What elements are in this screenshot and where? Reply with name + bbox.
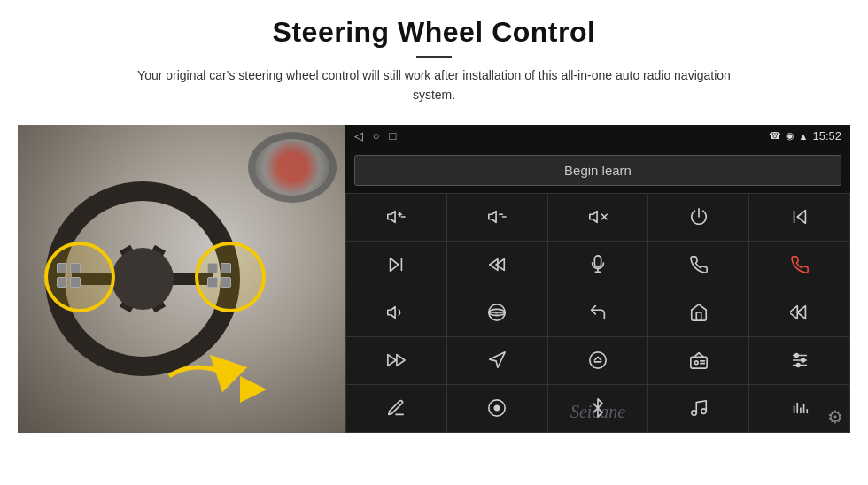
svg-point-40 bbox=[801, 358, 804, 362]
home-button[interactable] bbox=[648, 289, 748, 336]
pen-button[interactable] bbox=[346, 385, 446, 432]
dashboard-gauge bbox=[248, 132, 337, 203]
skip-back-button[interactable] bbox=[749, 194, 849, 241]
svg-point-44 bbox=[692, 411, 697, 416]
view-360-button[interactable]: 360° bbox=[447, 289, 547, 336]
svg-marker-27 bbox=[397, 355, 405, 366]
svg-marker-28 bbox=[388, 355, 396, 366]
svg-marker-25 bbox=[797, 306, 805, 319]
svg-rect-32 bbox=[691, 358, 707, 369]
highlight-circle-right bbox=[195, 242, 266, 312]
page-title: Steering Wheel Control bbox=[124, 16, 744, 49]
mic-button[interactable] bbox=[548, 242, 648, 289]
icon-grid: 360° bbox=[345, 193, 850, 433]
svg-marker-6 bbox=[489, 212, 496, 223]
phone-button[interactable] bbox=[648, 242, 748, 289]
svg-marker-1 bbox=[240, 376, 267, 403]
svg-point-45 bbox=[701, 409, 707, 414]
phone-status-icon: ☎ bbox=[769, 130, 781, 142]
android-ui-inner: 360° bbox=[345, 193, 850, 433]
svg-marker-29 bbox=[490, 352, 505, 367]
title-section: Steering Wheel Control Your original car… bbox=[124, 16, 744, 118]
svg-marker-14 bbox=[391, 258, 399, 272]
steering-wheel-bg bbox=[18, 125, 345, 433]
highlight-circle-left bbox=[44, 242, 115, 312]
svg-point-30 bbox=[590, 352, 606, 368]
status-right: ☎ ◉ ▲ 15:52 bbox=[769, 129, 841, 142]
android-status-bar: ◁ ○ □ ☎ ◉ ▲ 15:52 bbox=[345, 125, 850, 148]
vol-up-button[interactable] bbox=[346, 194, 446, 241]
gear-icon[interactable]: ⚙ bbox=[827, 406, 843, 427]
radio-button[interactable] bbox=[648, 337, 748, 384]
back-button[interactable] bbox=[548, 289, 648, 336]
fast-forward-button[interactable] bbox=[346, 337, 446, 384]
hang-up-button[interactable] bbox=[749, 242, 849, 289]
svg-point-33 bbox=[694, 361, 698, 365]
skip-forward-button[interactable] bbox=[447, 242, 547, 289]
begin-learn-button[interactable]: Begin learn bbox=[354, 155, 841, 186]
power-button[interactable] bbox=[648, 194, 748, 241]
bluetooth-button[interactable] bbox=[548, 385, 648, 432]
arrow-indicator bbox=[160, 350, 267, 406]
title-divider bbox=[416, 56, 452, 58]
svg-marker-9 bbox=[590, 212, 597, 223]
svg-point-41 bbox=[796, 364, 800, 367]
svg-marker-2 bbox=[388, 212, 395, 223]
content-area: ◁ ○ □ ☎ ◉ ▲ 15:52 Begin learn bbox=[18, 125, 850, 433]
music-button[interactable] bbox=[648, 385, 748, 432]
subtitle-text: Your original car's steering wheel contr… bbox=[124, 65, 744, 105]
page-wrapper: Steering Wheel Control Your original car… bbox=[0, 0, 868, 485]
svg-point-39 bbox=[794, 354, 798, 358]
sliders-button[interactable] bbox=[749, 337, 849, 384]
vol-down-button[interactable] bbox=[447, 194, 547, 241]
svg-marker-12 bbox=[797, 211, 805, 224]
steering-wheel-center bbox=[112, 248, 174, 310]
speaker-button[interactable] bbox=[346, 289, 446, 336]
svg-text:360°: 360° bbox=[494, 312, 503, 317]
time-display: 15:52 bbox=[812, 129, 841, 142]
prev-track-button[interactable] bbox=[749, 289, 849, 336]
android-ui-panel: ◁ ○ □ ☎ ◉ ▲ 15:52 Begin learn bbox=[345, 125, 850, 433]
mute-button[interactable] bbox=[548, 194, 648, 241]
svg-marker-20 bbox=[388, 307, 395, 319]
svg-point-43 bbox=[494, 406, 500, 412]
next-track-button[interactable] bbox=[346, 242, 446, 289]
begin-learn-row: Begin learn bbox=[345, 148, 850, 193]
wifi-status-icon: ▲ bbox=[799, 131, 809, 142]
nav-icons: ◁ ○ □ bbox=[354, 129, 396, 142]
navigate-button[interactable] bbox=[447, 337, 547, 384]
eject-button[interactable] bbox=[548, 337, 648, 384]
location-status-icon: ◉ bbox=[786, 130, 794, 142]
steering-wheel-image bbox=[18, 125, 345, 433]
circle-dot-button[interactable] bbox=[447, 385, 547, 432]
svg-marker-26 bbox=[790, 306, 797, 319]
